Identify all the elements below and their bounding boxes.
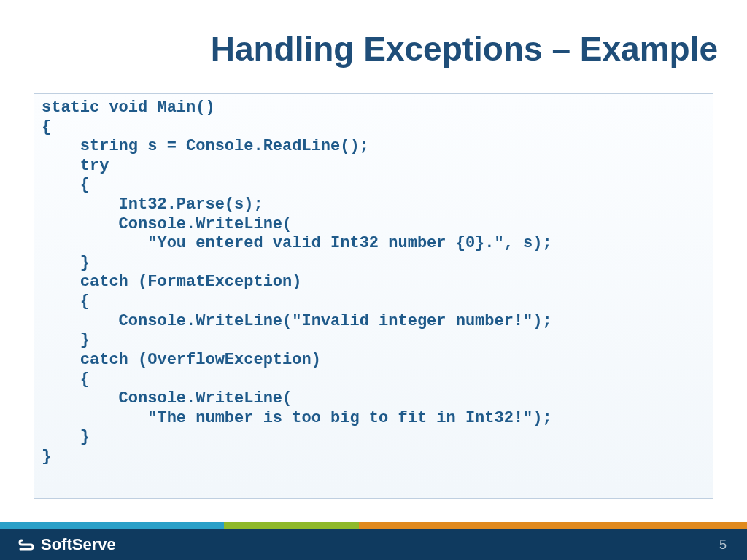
accent-stripe (0, 522, 747, 529)
brand: SoftServe (18, 535, 116, 554)
code-block: static void Main() { string s = Console.… (34, 93, 713, 499)
slide-title: Handling Exceptions – Example (0, 29, 718, 69)
brand-logo-icon (18, 536, 35, 553)
footer: SoftServe 5 (0, 522, 747, 560)
slide: Handling Exceptions – Example static voi… (0, 0, 747, 560)
slide-number: 5 (719, 537, 727, 553)
brand-name: SoftServe (41, 535, 116, 554)
footer-bar: SoftServe 5 (0, 529, 747, 560)
